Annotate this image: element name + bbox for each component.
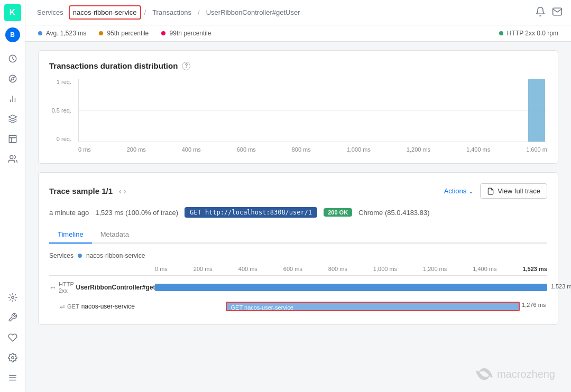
sidebar-item-users[interactable]	[2, 150, 23, 169]
p95-metric: 95th percentile	[99, 30, 149, 37]
trace-prev-icon[interactable]: ‹	[119, 187, 122, 195]
ruler-labels: 0 ms 200 ms 400 ms 600 ms 800 ms 1,000 m…	[155, 266, 547, 272]
timeline-row-2: ⇌ GET nacos-user-service GET nacos-user-…	[49, 299, 547, 314]
mail-icon[interactable]	[552, 6, 563, 18]
trace-nav: ‹ ›	[119, 187, 126, 195]
view-full-trace-button[interactable]: View full trace	[480, 183, 547, 199]
timeline-label-1: ↔ HTTP 2xx UserRibbonController#getUser	[49, 281, 155, 294]
trace-next-icon[interactable]: ›	[124, 187, 126, 195]
sidebar-item-health[interactable]	[2, 328, 23, 347]
p99-metric: 99th percentile	[161, 30, 211, 37]
tab-metadata[interactable]: Metadata	[92, 226, 137, 244]
trace-duration: 1,523 ms (100.0% of trace)	[95, 209, 178, 217]
topnav-right	[535, 6, 563, 18]
row2-icon: ⇌	[60, 303, 65, 310]
chart-xaxis: 0 ms 200 ms 400 ms 600 ms 800 ms 1,000 m…	[78, 146, 547, 153]
chart-area: 1 req. 0.5 req. 0 req. 0 ms 200 ms 400 m…	[49, 79, 547, 153]
row1-duration: 1,523 ms	[551, 283, 571, 290]
sidebar-item-clock[interactable]	[2, 49, 23, 68]
notifications-icon[interactable]	[535, 6, 546, 18]
trace-sample-card: Trace sample 1/1 ‹ › Actions ⌄ View full	[38, 172, 558, 325]
svg-point-1	[9, 75, 16, 82]
timeline-row-1: ↔ HTTP 2xx UserRibbonController#getUser …	[49, 280, 547, 295]
sidebar-item-tools[interactable]	[2, 308, 23, 327]
timeline-label-2: ⇌ GET nacos-user-service	[49, 303, 155, 310]
user-avatar: B	[5, 27, 20, 42]
p95-dot	[99, 31, 103, 35]
row1-icon: ↔	[49, 283, 57, 292]
duration-chart-card: Transactions duration distribution ? 1 r…	[38, 50, 558, 164]
service-indicator-dot	[78, 254, 82, 258]
sidebar-item-integrations[interactable]	[2, 288, 23, 307]
topnav: Services nacos-ribbon-service / Transact…	[25, 0, 571, 25]
metrics-strip: Avg. 1,523 ms 95th percentile 99th perce…	[25, 25, 571, 42]
breadcrumb-services[interactable]: Services	[34, 6, 67, 18]
breadcrumb-transactions[interactable]: Transactions	[149, 6, 195, 18]
timeline-bar-1	[155, 284, 547, 291]
time-ago: a minute ago	[49, 209, 89, 217]
timeline-bar-area-2: GET nacos-user-service 1,276 ms	[155, 301, 547, 312]
chart-plot	[78, 79, 547, 142]
avg-metric: Avg. 1,523 ms	[38, 30, 86, 37]
trace-header: Trace sample 1/1 ‹ › Actions ⌄ View full	[49, 183, 547, 199]
breadcrumb-active-service[interactable]: nacos-ribbon-service	[69, 5, 141, 20]
row2-inner-label: GET nacos-user-service	[229, 304, 293, 311]
timeline-divider	[49, 275, 547, 276]
svg-rect-7	[9, 135, 16, 143]
sidebar-item-layers[interactable]	[2, 109, 23, 128]
chart-title: Transactions duration distribution ?	[49, 61, 547, 70]
svg-marker-2	[11, 77, 14, 80]
content-area: Avg. 1,523 ms 95th percentile 99th perce…	[25, 25, 571, 392]
http-metric: HTTP 2xx 0.0 rpm	[499, 30, 558, 37]
breadcrumb-sep1: /	[144, 8, 146, 16]
sidebar: K B	[0, 0, 25, 392]
sidebar-collapse[interactable]	[2, 368, 23, 387]
timeline-bar-area-1: 1,523 ms	[155, 282, 547, 293]
trace-actions: Actions ⌄ View full trace	[444, 183, 547, 199]
avg-dot	[38, 31, 42, 35]
breadcrumb-method[interactable]: UserRibbonController#getUser	[203, 6, 303, 18]
sidebar-item-settings[interactable]	[2, 348, 23, 367]
sidebar-item-compass[interactable]	[2, 69, 23, 88]
timeline-content: Services nacos-ribbon-service 0 ms 200 m…	[49, 252, 547, 314]
timeline-ruler: 0 ms 200 ms 400 ms 600 ms 800 ms 1,000 m…	[155, 266, 547, 272]
http-dot	[499, 31, 503, 35]
svg-point-10	[11, 357, 14, 359]
service-name: nacos-ribbon-service	[86, 252, 145, 259]
app-logo: K	[4, 4, 21, 21]
trace-tabs: Timeline Metadata	[49, 226, 547, 244]
chart-bar-1	[528, 79, 545, 142]
trace-sample-title: Trace sample 1/1	[49, 186, 113, 195]
status-badge: 200 OK	[324, 208, 352, 217]
svg-marker-6	[8, 115, 16, 119]
gridline-mid	[79, 110, 547, 111]
breadcrumb-sep2: /	[198, 8, 200, 16]
http-endpoint-badge: GET http://localhost:8308/user/1	[185, 207, 317, 218]
sidebar-item-building[interactable]	[2, 129, 23, 148]
timeline-bar-2-outline: GET nacos-user-service	[226, 302, 520, 311]
tab-timeline[interactable]: Timeline	[49, 226, 92, 244]
browser-info: Chrome (85.0.4183.83)	[358, 209, 429, 217]
row2-duration: 1,276 ms	[522, 302, 546, 308]
row1-prefix: HTTP 2xx	[59, 281, 74, 294]
timeline-services-row: Services nacos-ribbon-service	[49, 252, 547, 259]
doc-icon	[487, 188, 494, 195]
chart-help-icon[interactable]: ?	[182, 62, 190, 70]
services-label: Services	[49, 252, 73, 259]
p99-dot	[161, 31, 165, 35]
row2-prefix: GET	[67, 303, 79, 310]
actions-button[interactable]: Actions ⌄	[444, 187, 474, 195]
main-area: Services nacos-ribbon-service / Transact…	[25, 0, 571, 392]
actions-chevron-icon: ⌄	[468, 188, 474, 195]
chart-yaxis: 1 req. 0.5 req. 0 req.	[49, 79, 76, 142]
sidebar-item-chart[interactable]	[2, 89, 23, 108]
svg-point-8	[10, 155, 13, 158]
svg-point-9	[11, 296, 14, 299]
row2-name: nacos-user-service	[81, 303, 135, 310]
gridline-top	[79, 79, 547, 79]
trace-meta: a minute ago 1,523 ms (100.0% of trace) …	[49, 207, 547, 218]
